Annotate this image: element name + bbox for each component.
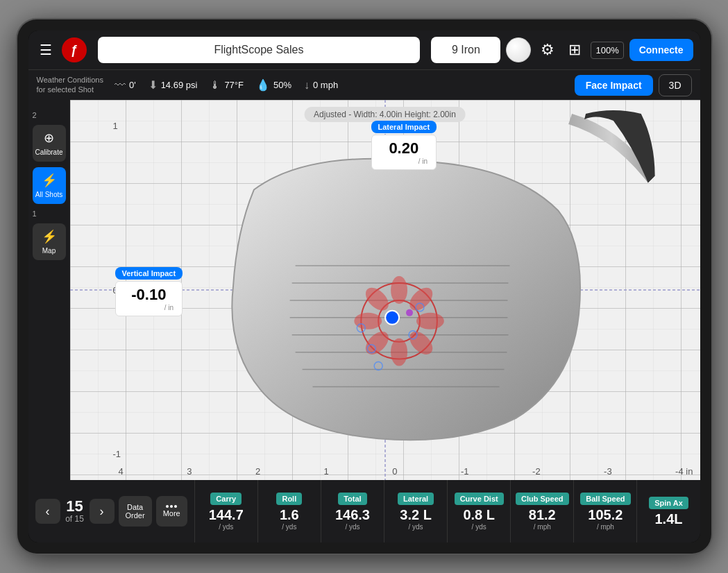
stat-col-roll: Roll1.6/ yds (257, 480, 321, 542)
shot-number-container: 15 of 15 (65, 499, 85, 524)
face-impact-button[interactable]: Face Impact (575, 75, 653, 96)
stat-col-club-speed: Club Speed81.2/ mph (510, 480, 573, 542)
next-shot-button[interactable]: › (90, 499, 115, 524)
weather-humidity: 💧 50% (256, 78, 291, 92)
screen: ☰ ƒ FlightScope Sales 9 Iron ⚙ ⊞ 100% Co… (28, 31, 700, 542)
stat-unit-2: / yds (345, 523, 359, 531)
stat-value-6: 105.2 (588, 508, 623, 522)
lateral-impact-value-box: 0.20 / in (371, 135, 437, 170)
svg-point-14 (391, 276, 407, 304)
shot-number: 15 (66, 499, 83, 514)
stat-unit-1: / yds (282, 523, 296, 531)
stat-value-1: 1.6 (280, 508, 299, 522)
connect-button[interactable]: Connecte (629, 39, 693, 61)
x-label-3: 3 (187, 466, 192, 477)
main-content: 2 ⊕ Calibrate ⚡ All Shots 1 ⚡ Map Adjust… (28, 100, 700, 480)
stat-value-5: 81.2 (529, 508, 556, 522)
lateral-impact-unit: / in (380, 157, 428, 165)
session-title: FlightScope Sales (98, 37, 421, 63)
stat-unit-0: / yds (219, 523, 233, 531)
zoom-level[interactable]: 100% (591, 42, 623, 59)
stat-header-4: Curve Dist (455, 493, 504, 505)
wind-icon: 〰 (115, 79, 126, 92)
flightscope-logo: ƒ (62, 37, 87, 62)
temp-icon: 🌡 (210, 79, 221, 92)
svg-point-20 (354, 313, 382, 330)
x-label-1: 1 (324, 466, 329, 477)
stat-unit-4: / yds (472, 523, 486, 531)
svg-point-28 (406, 309, 413, 316)
stat-value-7: 1.4L (654, 512, 682, 526)
stat-value-3: 3.2 L (400, 508, 432, 522)
device-frame: ☰ ƒ FlightScope Sales 9 Iron ⚙ ⊞ 100% Co… (17, 19, 711, 554)
stat-value-4: 0.8 L (463, 508, 495, 522)
weather-pressure: ⬇ 14.69 psi (149, 78, 198, 92)
all-shots-button[interactable]: ⚡ All Shots (33, 167, 66, 204)
x-label-neg3: -3 (604, 466, 612, 477)
stat-value-2: 146.3 (335, 508, 370, 522)
svg-point-18 (391, 339, 407, 366)
x-label-neg4: -4 in (675, 466, 693, 477)
x-label-4: 4 (119, 466, 124, 477)
vertical-impact-box: Vertical Impact -0.10 / in (115, 267, 183, 316)
stat-unit-6: / mph (597, 523, 614, 531)
weather-wind-speed: ↓ 0 mph (304, 79, 338, 92)
prev-shot-button[interactable]: ‹ (35, 499, 60, 524)
adjusted-label: Adjusted - Width: 4.00in Height: 2.00in (304, 107, 466, 122)
settings-icon[interactable]: ⚙ (536, 37, 559, 63)
x-label-2: 2 (255, 466, 260, 477)
shot-navigation: ‹ 15 of 15 › Data Order More (28, 496, 194, 527)
data-order-button[interactable]: Data Order (119, 496, 152, 527)
hamburger-icon[interactable]: ☰ (35, 37, 56, 62)
club-selector[interactable]: 9 Iron (431, 37, 500, 63)
stat-value-0: 144.7 (209, 508, 244, 522)
svg-point-16 (416, 313, 443, 330)
shot-of-label: of 15 (65, 514, 84, 524)
x-label-0: 0 (392, 466, 397, 477)
calibrate-button[interactable]: ⊕ Calibrate (33, 125, 66, 162)
map-icon: ⚡ (42, 229, 57, 244)
vertical-impact-value-box: -0.10 / in (115, 281, 183, 316)
left-sidebar: 2 ⊕ Calibrate ⚡ All Shots 1 ⚡ Map (28, 100, 70, 480)
lateral-impact-value: 0.20 (380, 139, 428, 157)
y-label-neg1: -1 (113, 449, 127, 459)
map-number: 1 (28, 209, 37, 218)
stat-col-spin-ax: Spin Ax1.4L (636, 480, 700, 542)
stat-header-6: Ball Speed (580, 493, 630, 505)
stat-header-0: Carry (210, 493, 242, 505)
vertical-impact-value: -0.10 (124, 286, 174, 304)
stat-col-lateral: Lateral3.2 L/ yds (384, 480, 447, 542)
lateral-impact-box: Lateral Impact 0.20 / in (371, 121, 437, 170)
lateral-impact-label: Lateral Impact (371, 121, 437, 133)
view-3d-button[interactable]: 3D (659, 74, 692, 96)
weather-temperature: 🌡 77°F (210, 79, 244, 92)
calibrate-icon: ⊕ (44, 130, 54, 146)
y-label-1: 1 (113, 121, 127, 131)
stat-unit-5: / mph (534, 523, 551, 531)
stat-header-5: Club Speed (516, 493, 569, 505)
stats-container: Carry144.7/ ydsRoll1.6/ ydsTotal146.3/ y… (194, 480, 700, 542)
chart-area: Adjusted - Width: 4.00in Height: 2.00in (70, 100, 700, 480)
calibrate-number: 2 (28, 111, 37, 119)
x-label-neg2: -2 (532, 466, 541, 477)
all-shots-icon: ⚡ (42, 173, 57, 188)
pressure-icon: ⬇ (149, 78, 158, 92)
x-axis: 4 3 2 1 0 -1 -2 -3 -4 in (112, 466, 700, 477)
stat-header-7: Spin Ax (649, 497, 688, 509)
ball-icon (506, 37, 531, 62)
more-button[interactable]: More (156, 496, 187, 527)
weather-wind: 〰 0' (115, 79, 136, 92)
stat-col-ball-speed: Ball Speed105.2/ mph (573, 480, 636, 542)
map-button[interactable]: ⚡ Map (33, 223, 66, 260)
grid-icon[interactable]: ⊞ (564, 37, 585, 63)
bottom-bar: ‹ 15 of 15 › Data Order More Car (28, 480, 700, 542)
stat-header-1: Roll (276, 493, 302, 505)
stat-col-curve-dist: Curve Dist0.8 L/ yds (447, 480, 510, 542)
humidity-icon: 💧 (256, 78, 270, 92)
stat-unit-3: / yds (409, 523, 423, 531)
stat-col-total: Total146.3/ yds (321, 480, 384, 542)
wind-speed-icon: ↓ (304, 79, 310, 92)
top-nav: ☰ ƒ FlightScope Sales 9 Iron ⚙ ⊞ 100% Co… (28, 31, 700, 69)
weather-bar: Weather Conditions for selected Shot 〰 0… (28, 69, 700, 100)
stat-header-3: Lateral (398, 493, 434, 505)
